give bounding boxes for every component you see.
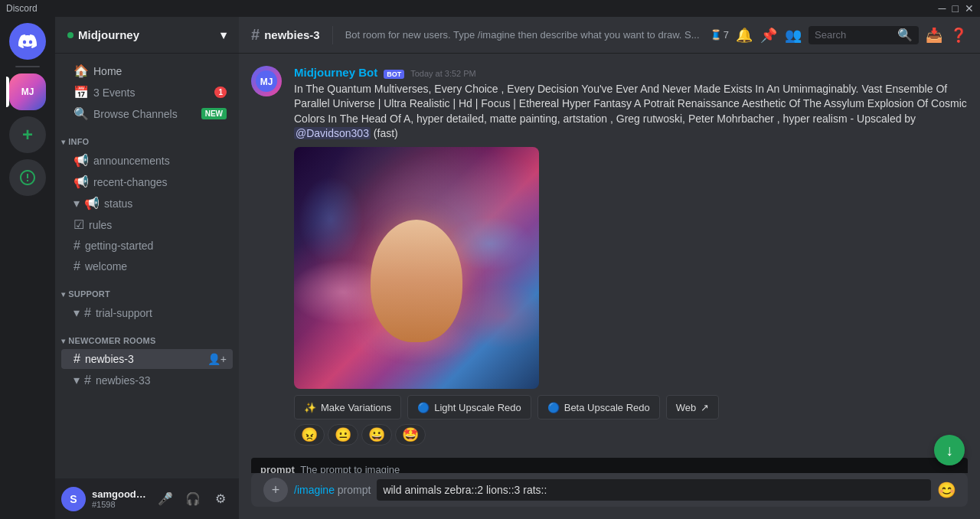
channel-label: newbies-3 (85, 353, 134, 365)
channel-recent-changes[interactable]: 📢 recent-changes (61, 171, 233, 192)
channel-welcome[interactable]: # welcome (61, 256, 233, 276)
make-variations-button[interactable]: ✨ Make Variations (294, 395, 401, 419)
online-dot (67, 32, 74, 38)
channel-rules[interactable]: ☑ rules (61, 214, 233, 235)
channel-list: 🏠 Home 📅 3 Events 1 🔍 Browse Channels NE… (55, 54, 239, 478)
button-label: Make Variations (321, 402, 391, 413)
channel-label: announcements (93, 155, 170, 167)
explore-button[interactable] (9, 159, 46, 196)
reaction-neutral[interactable]: 😐 (328, 424, 358, 446)
sidebar-item-events[interactable]: 📅 3 Events 1 (61, 82, 233, 103)
thread-icon-button[interactable]: 🧵 7 (710, 29, 729, 41)
thread-icon: 🧵 (710, 29, 722, 41)
headphones-button[interactable]: 🎧 (181, 487, 205, 511)
generated-image (294, 147, 539, 389)
sidebar-item-label: Home (93, 65, 122, 77)
app-layout: MJ + Midjourney ▾ 🏠 Home 📅 3 Ev (0, 17, 980, 519)
window-controls[interactable]: ─ □ ✕ (939, 2, 974, 15)
browse-badge: NEW (201, 108, 227, 119)
angry-emoji: 😠 (301, 426, 318, 443)
message-input[interactable] (377, 479, 931, 501)
channel-sidebar: Midjourney ▾ 🏠 Home 📅 3 Events 1 🔍 Brows… (55, 17, 239, 519)
help-icon-button[interactable]: ❓ (949, 26, 968, 44)
microphone-button[interactable]: 🎤 (153, 487, 178, 511)
user-controls: 🎤 🎧 ⚙ (153, 487, 233, 511)
checkbox-icon: ☑ (74, 217, 84, 232)
prompt-tooltip: prompt The prompt to imagine (251, 458, 968, 473)
add-server-button[interactable]: + (9, 116, 46, 153)
input-box: + /imagine prompt 😊 (251, 473, 968, 507)
section-info[interactable]: ▾ INFO (55, 125, 239, 149)
add-member-icon[interactable]: 👤+ (207, 353, 227, 365)
pin-icon-button[interactable]: 📌 (760, 26, 778, 44)
message-after-text: (fast) (374, 127, 398, 139)
reaction-happy[interactable]: 😀 (361, 424, 392, 446)
external-link-icon: ↗ (701, 402, 709, 413)
server-sidebar: MJ + (0, 17, 55, 519)
message-author: Midjourney Bot (294, 66, 377, 79)
message-mention[interactable]: @Davidson303 (294, 127, 371, 139)
reaction-love[interactable]: 🤩 (395, 424, 426, 446)
channel-newbies-33[interactable]: ▾ # newbies-33 (61, 370, 233, 390)
reaction-angry[interactable]: 😠 (294, 424, 325, 446)
input-label: prompt (338, 484, 371, 496)
channel-label: rules (89, 219, 112, 231)
channel-newbies-3[interactable]: # newbies-3 👤+ (61, 349, 233, 369)
announcement-icon: 📢 (74, 175, 89, 189)
channel-label: welcome (85, 260, 127, 273)
browse-icon: 🔍 (74, 106, 89, 121)
emoji-reactions: 😠 😐 😀 🤩 (294, 424, 968, 446)
section-newcomer[interactable]: ▾ NEWCOMER ROOMS (55, 324, 239, 348)
search-box[interactable]: 🔍 (808, 26, 919, 44)
user-area: S samgoodw... #1598 🎤 🎧 ⚙ (55, 478, 239, 519)
emoji-button[interactable]: 😊 (937, 481, 956, 499)
input-area: + /imagine prompt 😊 (239, 473, 980, 519)
bot-badge: BOT (384, 70, 404, 79)
server-header[interactable]: Midjourney ▾ (55, 17, 239, 54)
help-icon: ❓ (950, 27, 967, 44)
members-icon-button[interactable]: 👥 (784, 26, 802, 44)
inbox-icon-button[interactable]: 📥 (925, 26, 943, 44)
chevron-icon: ▾ (61, 290, 65, 299)
section-support[interactable]: ▾ SUPPORT (55, 277, 239, 302)
sidebar-item-browse[interactable]: 🔍 Browse Channels NEW (61, 103, 233, 124)
channel-status[interactable]: ▾ 📢 status (61, 193, 233, 214)
sidebar-item-label: 3 Events (93, 86, 135, 99)
hash-icon: # (84, 374, 91, 387)
maximize-button[interactable]: □ (952, 2, 959, 15)
add-file-button[interactable]: + (263, 478, 288, 502)
search-input[interactable] (815, 29, 894, 41)
chevron-down-icon: ▾ (220, 28, 227, 42)
chevron-icon: ▾ (74, 305, 80, 320)
announcement-icon: 📢 (74, 153, 89, 168)
love-emoji: 🤩 (402, 426, 419, 443)
message-image (294, 147, 539, 389)
button-label: Light Upscale Redo (434, 402, 521, 413)
beta-upscale-redo-button[interactable]: 🔵 Beta Upscale Redo (537, 395, 660, 419)
server-icon-discord[interactable] (9, 23, 46, 60)
sidebar-item-home[interactable]: 🏠 Home (61, 60, 233, 81)
image-face (371, 220, 462, 342)
command-text: /imagine (294, 484, 335, 496)
message-time: Today at 3:52 PM (410, 69, 476, 78)
light-upscale-redo-button[interactable]: 🔵 Light Upscale Redo (407, 395, 531, 419)
message-header: Midjourney Bot BOT Today at 3:52 PM (294, 66, 968, 79)
close-button[interactable]: ✕ (965, 2, 974, 15)
channel-divider (332, 26, 333, 44)
channel-getting-started[interactable]: # getting-started (61, 236, 233, 256)
message-text: In The Quantum Multiverses, Every Choice… (294, 82, 968, 141)
button-label: Beta Upscale Redo (564, 402, 650, 413)
chevron-icon: ▾ (74, 196, 80, 211)
web-button[interactable]: Web ↗ (666, 395, 720, 419)
minimize-button[interactable]: ─ (939, 2, 946, 15)
channel-trial-support[interactable]: ▾ # trial-support (61, 302, 233, 323)
server-icon-midjourney[interactable]: MJ (9, 73, 46, 110)
channel-announcements[interactable]: 📢 announcements (61, 150, 233, 171)
events-icon: 📅 (74, 85, 89, 100)
chevron-icon: ▾ (61, 138, 65, 146)
scroll-to-bottom-button[interactable]: ↓ (934, 435, 965, 465)
bell-icon-button[interactable]: 🔔 (735, 26, 753, 44)
hash-icon: # (74, 239, 80, 253)
channel-name: newbies-3 (264, 28, 320, 41)
settings-button[interactable]: ⚙ (208, 487, 233, 511)
